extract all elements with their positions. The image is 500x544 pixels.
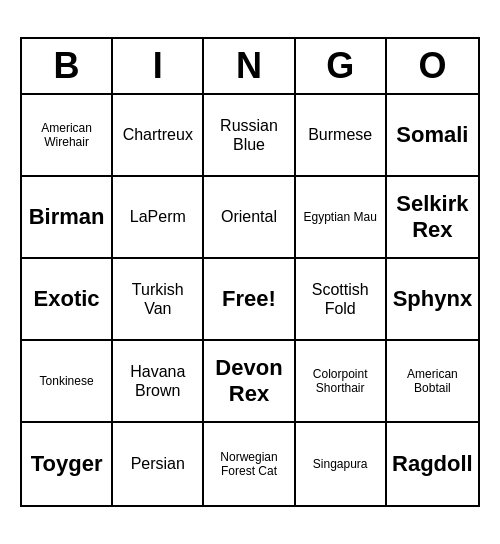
cell-r0-c4: Somali: [387, 95, 478, 177]
cell-r0-c2: Russian Blue: [204, 95, 295, 177]
bingo-letter-n: N: [204, 39, 295, 93]
cell-r4-c2: Norwegian Forest Cat: [204, 423, 295, 505]
cell-r3-c0: Tonkinese: [22, 341, 113, 423]
bingo-letter-i: I: [113, 39, 204, 93]
cell-r2-c0: Exotic: [22, 259, 113, 341]
cell-r3-c2: Devon Rex: [204, 341, 295, 423]
cell-r1-c3: Egyptian Mau: [296, 177, 387, 259]
cell-r3-c4: American Bobtail: [387, 341, 478, 423]
cell-r1-c4: Selkirk Rex: [387, 177, 478, 259]
cell-r2-c4: Sphynx: [387, 259, 478, 341]
cell-r0-c1: Chartreux: [113, 95, 204, 177]
cell-r1-c2: Oriental: [204, 177, 295, 259]
cell-r4-c3: Singapura: [296, 423, 387, 505]
cell-r0-c3: Burmese: [296, 95, 387, 177]
bingo-letter-b: B: [22, 39, 113, 93]
bingo-header: BINGO: [22, 39, 478, 95]
cell-r0-c0: American Wirehair: [22, 95, 113, 177]
cell-r3-c3: Colorpoint Shorthair: [296, 341, 387, 423]
cell-r4-c4: Ragdoll: [387, 423, 478, 505]
cell-r4-c1: Persian: [113, 423, 204, 505]
cell-r2-c1: Turkish Van: [113, 259, 204, 341]
bingo-card: BINGO American WirehairChartreuxRussian …: [20, 37, 480, 507]
cell-r4-c0: Toyger: [22, 423, 113, 505]
cell-r1-c0: Birman: [22, 177, 113, 259]
bingo-grid: American WirehairChartreuxRussian BlueBu…: [22, 95, 478, 505]
bingo-letter-o: O: [387, 39, 478, 93]
cell-r2-c2: Free!: [204, 259, 295, 341]
cell-r1-c1: LaPerm: [113, 177, 204, 259]
bingo-letter-g: G: [296, 39, 387, 93]
cell-r2-c3: Scottish Fold: [296, 259, 387, 341]
cell-r3-c1: Havana Brown: [113, 341, 204, 423]
